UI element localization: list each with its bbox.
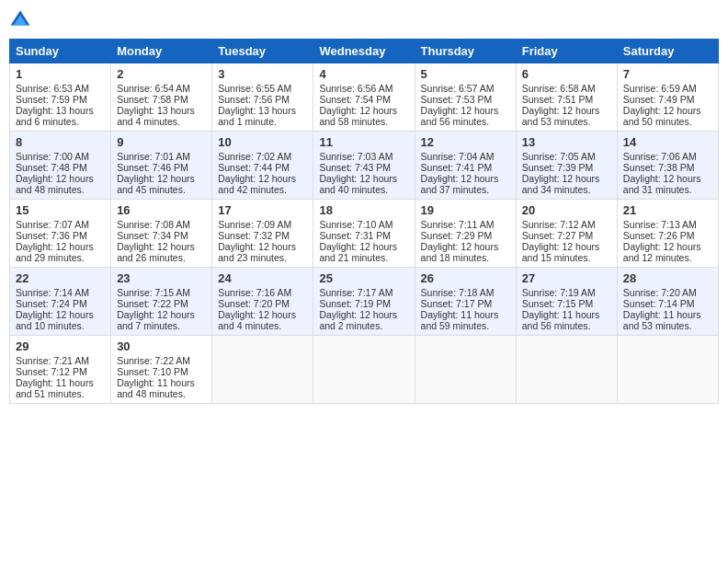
sunset-text: Sunset: 7:54 PM	[319, 94, 391, 105]
sunset-text: Sunset: 7:44 PM	[218, 162, 290, 173]
sunrise-text: Sunrise: 6:59 AM	[623, 83, 697, 94]
sunrise-text: Sunrise: 7:12 AM	[522, 219, 596, 230]
page-header	[9, 9, 719, 31]
calendar-cell: 20Sunrise: 7:12 AMSunset: 7:27 PMDayligh…	[516, 200, 617, 268]
day-number: 17	[218, 203, 307, 217]
day-number: 1	[16, 67, 105, 81]
day-number: 28	[623, 271, 712, 285]
sunset-text: Sunset: 7:36 PM	[16, 230, 87, 241]
sunrise-text: Sunrise: 7:03 AM	[319, 151, 392, 162]
sunset-text: Sunset: 7:41 PM	[421, 162, 493, 173]
sunset-text: Sunset: 7:27 PM	[522, 230, 594, 241]
sunset-text: Sunset: 7:59 PM	[16, 94, 87, 105]
calendar-cell: 26Sunrise: 7:18 AMSunset: 7:17 PMDayligh…	[415, 268, 516, 336]
daylight-text: Daylight: 11 hours and 51 minutes.	[16, 377, 94, 399]
calendar-cell: 21Sunrise: 7:13 AMSunset: 7:26 PMDayligh…	[617, 200, 718, 268]
daylight-text: Daylight: 13 hours and 1 minute.	[218, 105, 296, 127]
calendar-cell: 23Sunrise: 7:15 AMSunset: 7:22 PMDayligh…	[111, 268, 212, 336]
sunrise-text: Sunrise: 7:19 AM	[522, 287, 596, 298]
calendar-cell: 7Sunrise: 6:59 AMSunset: 7:49 PMDaylight…	[617, 63, 718, 132]
sunrise-text: Sunrise: 6:58 AM	[522, 83, 596, 94]
sunrise-text: Sunrise: 7:11 AM	[421, 219, 495, 230]
calendar-week-row: 22Sunrise: 7:14 AMSunset: 7:24 PMDayligh…	[10, 268, 719, 336]
sunset-text: Sunset: 7:48 PM	[16, 162, 87, 173]
calendar-cell	[617, 336, 718, 404]
day-number: 19	[421, 203, 510, 217]
day-number: 13	[522, 135, 611, 149]
day-number: 18	[319, 203, 408, 217]
day-number: 12	[421, 135, 510, 149]
sunrise-text: Sunrise: 7:07 AM	[16, 219, 89, 230]
logo-icon	[9, 9, 31, 31]
sunset-text: Sunset: 7:15 PM	[522, 298, 594, 309]
day-number: 8	[16, 135, 105, 149]
daylight-text: Daylight: 11 hours and 56 minutes.	[522, 309, 600, 331]
sunset-text: Sunset: 7:38 PM	[623, 162, 695, 173]
daylight-text: Daylight: 12 hours and 37 minutes.	[421, 173, 499, 195]
day-number: 5	[421, 67, 510, 81]
day-number: 10	[218, 135, 307, 149]
daylight-text: Daylight: 11 hours and 53 minutes.	[623, 309, 701, 331]
daylight-text: Daylight: 12 hours and 58 minutes.	[319, 105, 397, 127]
daylight-text: Daylight: 12 hours and 2 minutes.	[319, 309, 397, 331]
day-number: 22	[16, 271, 105, 285]
day-number: 6	[522, 67, 611, 81]
day-number: 2	[117, 67, 206, 81]
day-number: 15	[16, 203, 105, 217]
sunrise-text: Sunrise: 7:09 AM	[218, 219, 291, 230]
sunrise-text: Sunrise: 7:06 AM	[623, 151, 697, 162]
calendar-cell: 6Sunrise: 6:58 AMSunset: 7:51 PMDaylight…	[516, 63, 617, 132]
sunset-text: Sunset: 7:12 PM	[16, 366, 87, 377]
col-header-wednesday: Wednesday	[313, 40, 415, 63]
sunrise-text: Sunrise: 6:55 AM	[218, 83, 291, 94]
sunset-text: Sunset: 7:49 PM	[623, 94, 695, 105]
calendar-cell: 19Sunrise: 7:11 AMSunset: 7:29 PMDayligh…	[415, 200, 516, 268]
sunrise-text: Sunrise: 7:17 AM	[319, 287, 392, 298]
day-number: 4	[319, 67, 408, 81]
sunset-text: Sunset: 7:20 PM	[218, 298, 290, 309]
col-header-tuesday: Tuesday	[212, 40, 313, 63]
col-header-friday: Friday	[516, 40, 617, 63]
header-row: SundayMondayTuesdayWednesdayThursdayFrid…	[10, 40, 719, 63]
calendar-cell: 15Sunrise: 7:07 AMSunset: 7:36 PMDayligh…	[10, 200, 111, 268]
calendar-cell	[313, 336, 415, 404]
sunset-text: Sunset: 7:58 PM	[117, 94, 188, 105]
calendar-week-row: 1Sunrise: 6:53 AMSunset: 7:59 PMDaylight…	[10, 63, 719, 132]
sunrise-text: Sunrise: 6:56 AM	[319, 83, 392, 94]
logo	[9, 9, 35, 31]
calendar-cell: 1Sunrise: 6:53 AMSunset: 7:59 PMDaylight…	[10, 63, 111, 132]
sunrise-text: Sunrise: 7:02 AM	[218, 151, 291, 162]
sunrise-text: Sunrise: 6:54 AM	[117, 83, 190, 94]
day-number: 9	[117, 135, 206, 149]
sunrise-text: Sunrise: 7:21 AM	[16, 355, 89, 366]
daylight-text: Daylight: 12 hours and 53 minutes.	[522, 105, 600, 127]
col-header-thursday: Thursday	[415, 40, 516, 63]
col-header-monday: Monday	[111, 40, 212, 63]
daylight-text: Daylight: 12 hours and 29 minutes.	[16, 241, 94, 263]
sunrise-text: Sunrise: 6:57 AM	[421, 83, 495, 94]
sunset-text: Sunset: 7:43 PM	[319, 162, 391, 173]
calendar-cell: 24Sunrise: 7:16 AMSunset: 7:20 PMDayligh…	[212, 268, 313, 336]
calendar-week-row: 8Sunrise: 7:00 AMSunset: 7:48 PMDaylight…	[10, 132, 719, 200]
daylight-text: Daylight: 12 hours and 4 minutes.	[218, 309, 296, 331]
daylight-text: Daylight: 11 hours and 59 minutes.	[421, 309, 499, 331]
sunset-text: Sunset: 7:17 PM	[421, 298, 493, 309]
day-number: 26	[421, 271, 510, 285]
sunset-text: Sunset: 7:32 PM	[218, 230, 290, 241]
calendar-cell: 25Sunrise: 7:17 AMSunset: 7:19 PMDayligh…	[313, 268, 415, 336]
day-number: 29	[16, 339, 105, 353]
calendar-cell: 4Sunrise: 6:56 AMSunset: 7:54 PMDaylight…	[313, 63, 415, 132]
sunset-text: Sunset: 7:53 PM	[421, 94, 493, 105]
calendar-week-row: 15Sunrise: 7:07 AMSunset: 7:36 PMDayligh…	[10, 200, 719, 268]
day-number: 27	[522, 271, 611, 285]
calendar-cell: 29Sunrise: 7:21 AMSunset: 7:12 PMDayligh…	[10, 336, 111, 404]
calendar-cell: 11Sunrise: 7:03 AMSunset: 7:43 PMDayligh…	[313, 132, 415, 200]
calendar-cell: 28Sunrise: 7:20 AMSunset: 7:14 PMDayligh…	[617, 268, 718, 336]
daylight-text: Daylight: 13 hours and 4 minutes.	[117, 105, 195, 127]
sunset-text: Sunset: 7:26 PM	[623, 230, 695, 241]
sunset-text: Sunset: 7:56 PM	[218, 94, 290, 105]
sunset-text: Sunset: 7:10 PM	[117, 366, 188, 377]
calendar-cell	[212, 336, 313, 404]
sunset-text: Sunset: 7:34 PM	[117, 230, 188, 241]
sunrise-text: Sunrise: 7:05 AM	[522, 151, 596, 162]
